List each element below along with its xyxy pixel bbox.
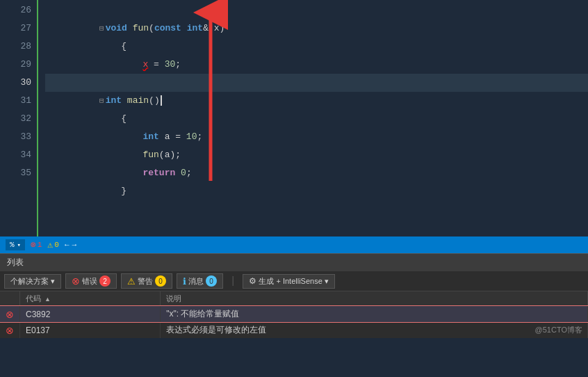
build-icon: ⚙ xyxy=(249,276,256,286)
row-icon-cell: ⊗ xyxy=(0,306,20,322)
line-num-30: 30 xyxy=(0,74,37,92)
warning-filter-icon: ⚠ xyxy=(127,276,136,287)
line-num-29: 29 xyxy=(0,56,37,74)
col-code-sort-icon[interactable]: ▲ xyxy=(44,296,51,303)
col-icon xyxy=(0,291,20,306)
code-content[interactable]: ⊟void fun(const int& x) { x = 30; } xyxy=(38,0,588,236)
code-line-28: x = 30; xyxy=(45,38,588,56)
error-filter-icon: ⊗ xyxy=(72,275,80,287)
nav-arrows[interactable]: ← → xyxy=(65,241,76,249)
row-desc-cell: "x": 不能给常量赋值 xyxy=(161,306,588,322)
error-table-container: 代码 ▲ 说明 ⊗ C3892 "x": 不能给常量赋值 xyxy=(0,291,588,338)
message-filter-icon: ℹ xyxy=(183,276,186,287)
message-filter-button[interactable]: ℹ 消息 0 xyxy=(177,273,223,289)
message-count-badge: 0 xyxy=(206,275,217,287)
line-num-28: 28 xyxy=(0,38,37,56)
build-filter-button[interactable]: ⚙ 生成 + IntelliSense ▾ xyxy=(243,274,334,289)
status-bar: % ▾ ⊗ 1 ⚠ 0 ← → xyxy=(0,236,588,253)
code-line-31: { xyxy=(45,92,588,110)
row-icon-cell: ⊗ xyxy=(0,322,20,338)
row-desc-cell: 表达式必须是可修改的左值 xyxy=(161,322,588,338)
code-editor[interactable]: 26 27 28 29 30 31 32 33 34 35 ⊟void fun(… xyxy=(0,0,588,236)
dropdown-icon: ▾ xyxy=(17,241,21,249)
warning-badge: ⚠ 0 xyxy=(47,239,58,250)
back-arrow-icon[interactable]: ← xyxy=(65,241,70,249)
forward-arrow-icon[interactable]: → xyxy=(72,241,77,249)
warning-filter-button[interactable]: ⚠ 警告 0 xyxy=(121,273,172,289)
code-line-34: return 0; xyxy=(45,146,588,164)
warning-count-badge: 0 xyxy=(155,275,166,287)
app-container: 26 27 28 29 30 31 32 33 34 35 ⊟void fun(… xyxy=(0,0,588,377)
line-numbers: 26 27 28 29 30 31 32 33 34 35 xyxy=(0,0,38,236)
solution-dropdown-button[interactable]: 个解决方案 ▾ xyxy=(4,274,61,289)
row-code-cell: C3892 xyxy=(20,306,161,322)
error-toolbar: 个解决方案 ▾ ⊗ 错误 2 ⚠ 警告 0 ℹ 消息 0 | ⚙ 生成 + In… xyxy=(0,271,588,291)
code-line-29: } xyxy=(45,56,588,74)
code-line-26: ⊟void fun(const int& x) xyxy=(45,1,588,19)
watermark: @51CTO博客 xyxy=(535,325,582,335)
code-line-33: fun(a); xyxy=(45,128,588,146)
warning-triangle-icon: ⚠ xyxy=(47,239,53,250)
line-num-35: 35 xyxy=(0,164,37,182)
toolbar-separator: | xyxy=(230,275,236,287)
row-code-cell: E0137 xyxy=(20,322,161,338)
col-code: 代码 ▲ xyxy=(20,291,161,306)
code-line-30: ⊟int main() xyxy=(45,74,588,92)
error-table-header: 代码 ▲ 说明 xyxy=(0,291,588,306)
line-num-33: 33 xyxy=(0,128,37,146)
table-row[interactable]: ⊗ C3892 "x": 不能给常量赋值 xyxy=(0,306,588,322)
error-panel-title-bar: 列表 xyxy=(0,253,588,271)
code-line-32: int a = 10; xyxy=(45,110,588,128)
line-num-31: 31 xyxy=(0,92,37,110)
line-num-27: 27 xyxy=(0,19,37,38)
col-description: 说明 xyxy=(161,291,588,306)
line-num-26: 26 xyxy=(0,1,37,19)
table-row[interactable]: ⊗ E0137 表达式必须是可修改的左值 xyxy=(0,322,588,338)
zoom-percent[interactable]: % ▾ xyxy=(6,239,25,250)
status-icons: ⊗ 1 ⚠ 0 xyxy=(31,239,59,250)
error-x-icon: ⊗ xyxy=(31,239,36,250)
error-table-body: ⊗ C3892 "x": 不能给常量赋值 ⊗ E0137 表达式必须是可修改的左… xyxy=(0,306,588,338)
line-num-34: 34 xyxy=(0,146,37,164)
code-line-35: } xyxy=(45,164,588,182)
error-row2-icon: ⊗ xyxy=(6,325,14,336)
error-table: 代码 ▲ 说明 ⊗ C3892 "x": 不能给常量赋值 xyxy=(0,291,588,338)
error-filter-button[interactable]: ⊗ 错误 2 xyxy=(65,273,117,289)
error-badge: ⊗ 1 xyxy=(31,239,42,250)
error-row-icon: ⊗ xyxy=(6,309,14,320)
code-line-27: { xyxy=(45,19,588,38)
line-num-32: 32 xyxy=(0,110,37,128)
error-count-badge: 2 xyxy=(99,275,111,287)
